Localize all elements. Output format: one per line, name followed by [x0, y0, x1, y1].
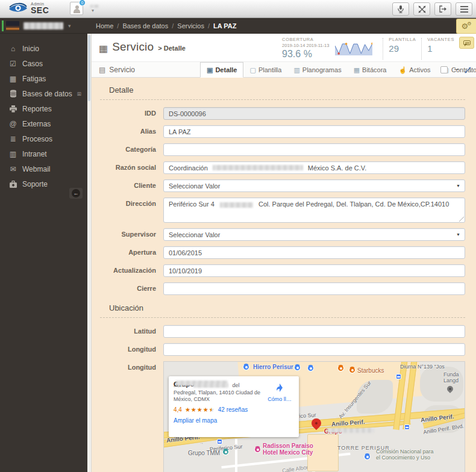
- app-window: Admin SEC 0 ▾: [0, 0, 476, 472]
- sidebar-item-procesos[interactable]: ≣ Procesos: [0, 131, 87, 146]
- header-stats: COBERTURA 2019-10-14 2019-11-13 93.6 % P…: [282, 37, 454, 60]
- alias-field[interactable]: [163, 125, 465, 138]
- chat-button[interactable]: [459, 37, 474, 49]
- transit-station-icon[interactable]: [396, 374, 401, 379]
- sidebar-item-webmail[interactable]: ✉ Webmail: [0, 161, 87, 176]
- breadcrumb-home[interactable]: Home: [96, 22, 113, 30]
- longitud-field[interactable]: [163, 343, 465, 356]
- microphone-button[interactable]: [392, 2, 409, 16]
- razon-social-field[interactable]: Coordinación México S.A. de C.V.: [163, 161, 465, 174]
- tab-label: Bitácora: [362, 66, 386, 73]
- poi-marker-icon[interactable]: [364, 453, 371, 460]
- resize-grip-icon[interactable]: [459, 217, 464, 222]
- field-label-idd: IDD: [100, 107, 156, 117]
- tab-activos[interactable]: ☝ Activos: [392, 62, 436, 78]
- breadcrumb: Home / Bases de datos / Servicios / LA P…: [96, 18, 237, 34]
- panel-header: ▦ Servicio > Detalle COBERTURA 2019-10-1…: [92, 34, 476, 62]
- sign-out-button[interactable]: [434, 2, 451, 16]
- sidebar-item-label: Inicio: [22, 45, 39, 53]
- tab-detalle[interactable]: ▣ Detalle: [200, 62, 243, 78]
- tabs: ▣ Detalle ▢ Plantilla ▥ Planogramas ▦ Bi…: [200, 62, 476, 78]
- tab-bitacora[interactable]: ▦ Bitácora: [348, 62, 393, 78]
- topbar-user-caret-icon[interactable]: ▾: [92, 8, 94, 13]
- panel-scrollbar[interactable]: [87, 34, 92, 472]
- reviews-link[interactable]: 42 reseñas: [218, 406, 248, 413]
- form-row-apertura: Apertura: [100, 246, 465, 259]
- poi-label-radisson-2[interactable]: Hotel Mexico City: [263, 449, 313, 456]
- expand-icon[interactable]: ⊞: [77, 91, 81, 97]
- poi-label-radisson-1[interactable]: Radisson Paraiso: [263, 442, 313, 449]
- field-label-actualizacion: Actualización: [100, 264, 156, 274]
- map-label-langd: Langd: [443, 377, 459, 384]
- sidebar-user-row[interactable]: ▾: [0, 18, 87, 34]
- apertura-field[interactable]: [163, 246, 465, 259]
- direccion-textarea[interactable]: Periférico Sur 4 Col. Parque del Pedrega…: [163, 197, 465, 223]
- direccion-prefix: Periférico Sur 4: [169, 200, 215, 208]
- sidebar-item-intranet[interactable]: ▥ Intranet: [0, 146, 87, 161]
- menu-button[interactable]: [456, 2, 472, 16]
- form-row-cliente: Cliente Seleccionar Valor ▼: [100, 179, 465, 192]
- panel-checkbox[interactable]: [440, 66, 448, 73]
- sidebar-item-label: Procesos: [22, 135, 52, 143]
- sidebar-item-bases-de-datos[interactable]: Bases de datos ⊞: [0, 86, 87, 101]
- app-logo[interactable]: Admin SEC: [8, 2, 49, 14]
- sidebar-menu: ⌂ Inicio ☑ Casos ▦ Fatigas: [0, 34, 87, 191]
- settings-gears-button[interactable]: ⚙⚙: [456, 19, 476, 34]
- transit-station-icon[interactable]: [404, 424, 410, 430]
- fullscreen-button[interactable]: [413, 2, 430, 16]
- field-label-apertura: Apertura: [100, 246, 156, 256]
- expand-map-link[interactable]: Ampliar el mapa: [174, 417, 294, 424]
- sidebar-item-label: Bases de datos: [22, 90, 72, 98]
- directions-button[interactable]: Cómo ll…: [265, 380, 294, 403]
- google-map[interactable]: ← ← ← → Hierro Perisur Starbucks Diurna …: [163, 361, 465, 472]
- sidebar-item-label: Casos: [22, 60, 43, 68]
- cierre-field[interactable]: [163, 282, 465, 295]
- poi-label-starbucks[interactable]: Starbucks: [357, 367, 384, 374]
- chevron-down-icon: ▼: [456, 184, 460, 188]
- transit-marker-icon[interactable]: [294, 364, 301, 371]
- poi-marker-icon[interactable]: [222, 449, 229, 455]
- razon-social-suffix: México S.A. de C.V.: [308, 164, 366, 172]
- minimize-icon[interactable]: −: [454, 67, 459, 73]
- sidebar-item-label: Externas: [22, 120, 51, 128]
- form-row-supervisor: Supervisor Seleccionar Valor ▼: [100, 228, 465, 241]
- actualizacion-field[interactable]: [163, 264, 465, 277]
- expand-icon[interactable]: [465, 67, 471, 73]
- sidebar-item-fatigas[interactable]: ▦ Fatigas: [0, 71, 87, 86]
- addr-text: Pedregal, Tlalpan, 14010 Ciudad de: [174, 390, 260, 396]
- tab-plantilla[interactable]: ▢ Plantilla: [243, 62, 287, 78]
- sidebar-item-label: Fatigas: [22, 75, 46, 83]
- sidebar-item-externas[interactable]: @ Externas: [0, 116, 87, 131]
- latitud-field[interactable]: [163, 325, 465, 338]
- stat-divider: [421, 38, 422, 60]
- sidebar-collapse-button[interactable]: ←: [69, 188, 83, 199]
- hotel-marker-icon[interactable]: [254, 446, 261, 453]
- printer-icon: [8, 105, 18, 113]
- poi-label-hierro-perisur[interactable]: Hierro Perisur: [253, 364, 293, 370]
- microphone-icon: [397, 5, 404, 13]
- tab-planogramas[interactable]: ▥ Planogramas: [287, 62, 347, 78]
- sidebar-item-inicio[interactable]: ⌂ Inicio: [0, 41, 87, 56]
- scrollbar-thumb[interactable]: [88, 35, 90, 101]
- sidebar-item-casos[interactable]: ☑ Casos: [0, 56, 87, 71]
- cliente-select[interactable]: Seleccionar Valor ▼: [163, 179, 465, 192]
- idd-field[interactable]: [163, 107, 465, 120]
- sidebar-item-reportes[interactable]: Reportes: [0, 101, 87, 116]
- stars-filled: ★★★★★: [185, 407, 211, 413]
- poi-label-grupo-tmm[interactable]: Grupo TMM: [188, 450, 220, 456]
- stat-plantilla: PLANTILLA 29: [389, 37, 416, 54]
- cafe-marker-icon[interactable]: [349, 367, 355, 373]
- transit-marker-icon[interactable]: [243, 364, 249, 370]
- database-icon: [8, 90, 18, 98]
- field-label-supervisor: Supervisor: [100, 228, 156, 238]
- user-avatar-button[interactable]: 0: [70, 2, 83, 15]
- restaurant-marker-icon[interactable]: [337, 365, 344, 371]
- panel-toolbar-label: Servicio: [109, 66, 135, 74]
- transit-station-icon[interactable]: [217, 439, 222, 444]
- supervisor-select[interactable]: Seleccionar Valor ▼: [163, 228, 465, 241]
- breadcrumb-servicios[interactable]: Servicios: [177, 22, 204, 30]
- categoria-field[interactable]: [163, 143, 465, 156]
- transit-marker-icon[interactable]: [307, 365, 314, 371]
- page-title-sub: > Detalle: [158, 45, 186, 52]
- breadcrumb-bases-de-datos[interactable]: Bases de datos: [122, 22, 168, 30]
